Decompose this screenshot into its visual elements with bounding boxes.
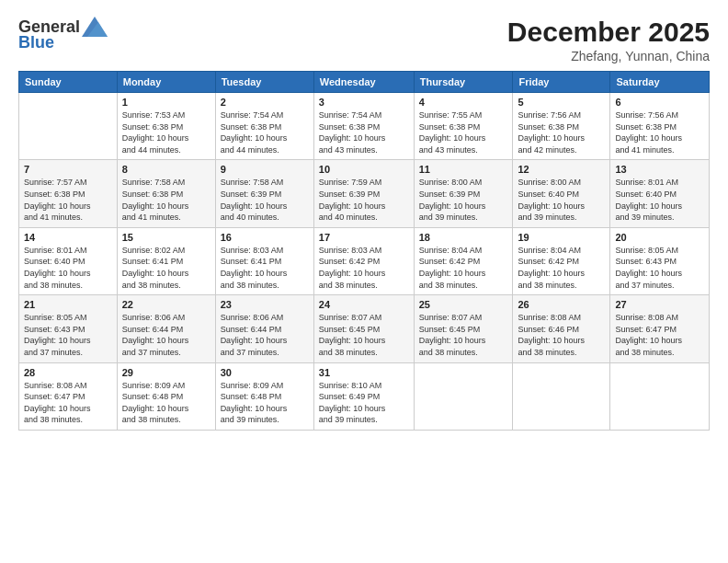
calendar-table: Sunday Monday Tuesday Wednesday Thursday… <box>18 71 710 431</box>
calendar-body: 1Sunrise: 7:53 AMSunset: 6:38 PMDaylight… <box>19 93 710 431</box>
calendar-cell: 15Sunrise: 8:02 AMSunset: 6:41 PMDayligh… <box>117 227 215 294</box>
calendar-cell: 8Sunrise: 7:58 AMSunset: 6:38 PMDaylight… <box>117 160 215 227</box>
day-info: Sunrise: 7:54 AMSunset: 6:38 PMDaylight:… <box>221 109 309 155</box>
col-friday: Friday <box>513 72 610 93</box>
day-info: Sunrise: 7:55 AMSunset: 6:38 PMDaylight:… <box>419 109 508 155</box>
day-number: 5 <box>518 97 605 108</box>
calendar-cell: 4Sunrise: 7:55 AMSunset: 6:38 PMDaylight… <box>414 93 513 160</box>
calendar-cell <box>513 362 610 430</box>
calendar-cell: 11Sunrise: 8:00 AMSunset: 6:39 PMDayligh… <box>414 160 513 227</box>
day-number: 11 <box>419 164 508 175</box>
day-info: Sunrise: 8:00 AMSunset: 6:40 PMDaylight:… <box>518 177 605 223</box>
day-number: 28 <box>24 367 112 378</box>
calendar-cell: 17Sunrise: 8:03 AMSunset: 6:42 PMDayligh… <box>313 227 414 294</box>
main-title: December 2025 <box>507 17 710 47</box>
calendar-cell: 21Sunrise: 8:05 AMSunset: 6:43 PMDayligh… <box>19 295 118 362</box>
col-tuesday: Tuesday <box>215 72 313 93</box>
calendar-header: Sunday Monday Tuesday Wednesday Thursday… <box>19 72 710 93</box>
day-number: 9 <box>221 164 309 175</box>
calendar-cell: 1Sunrise: 7:53 AMSunset: 6:38 PMDaylight… <box>117 93 215 160</box>
calendar-cell: 27Sunrise: 8:08 AMSunset: 6:47 PMDayligh… <box>610 295 710 362</box>
calendar-cell: 29Sunrise: 8:09 AMSunset: 6:48 PMDayligh… <box>117 362 215 430</box>
day-info: Sunrise: 7:54 AMSunset: 6:38 PMDaylight:… <box>319 109 409 155</box>
day-number: 24 <box>319 299 409 310</box>
day-info: Sunrise: 8:08 AMSunset: 6:47 PMDaylight:… <box>615 312 704 358</box>
day-number: 12 <box>518 164 605 175</box>
header-row: Sunday Monday Tuesday Wednesday Thursday… <box>19 72 710 93</box>
calendar-week-5: 28Sunrise: 8:08 AMSunset: 6:47 PMDayligh… <box>19 362 710 430</box>
calendar-cell: 19Sunrise: 8:04 AMSunset: 6:42 PMDayligh… <box>513 227 610 294</box>
day-number: 10 <box>319 164 409 175</box>
day-number: 15 <box>122 232 210 243</box>
day-info: Sunrise: 8:09 AMSunset: 6:48 PMDaylight:… <box>221 380 309 426</box>
calendar-cell <box>610 362 710 430</box>
calendar-cell: 6Sunrise: 7:56 AMSunset: 6:38 PMDaylight… <box>610 93 710 160</box>
calendar-cell: 3Sunrise: 7:54 AMSunset: 6:38 PMDaylight… <box>313 93 414 160</box>
day-info: Sunrise: 7:59 AMSunset: 6:39 PMDaylight:… <box>319 177 409 223</box>
day-number: 25 <box>419 299 508 310</box>
calendar-cell: 10Sunrise: 7:59 AMSunset: 6:39 PMDayligh… <box>313 160 414 227</box>
day-info: Sunrise: 8:04 AMSunset: 6:42 PMDaylight:… <box>419 245 508 291</box>
calendar-cell: 5Sunrise: 7:56 AMSunset: 6:38 PMDaylight… <box>513 93 610 160</box>
day-info: Sunrise: 8:07 AMSunset: 6:45 PMDaylight:… <box>419 312 508 358</box>
day-number: 27 <box>615 299 704 310</box>
day-info: Sunrise: 7:57 AMSunset: 6:38 PMDaylight:… <box>24 177 112 223</box>
day-info: Sunrise: 7:56 AMSunset: 6:38 PMDaylight:… <box>615 109 704 155</box>
day-number: 22 <box>122 299 210 310</box>
sub-title: Zhefang, Yunnan, China <box>507 49 710 63</box>
day-info: Sunrise: 7:53 AMSunset: 6:38 PMDaylight:… <box>122 109 210 155</box>
day-info: Sunrise: 8:05 AMSunset: 6:43 PMDaylight:… <box>24 312 112 358</box>
page: General Blue December 2025 Zhefang, Yunn… <box>0 0 728 563</box>
calendar-cell: 26Sunrise: 8:08 AMSunset: 6:46 PMDayligh… <box>513 295 610 362</box>
day-info: Sunrise: 7:58 AMSunset: 6:39 PMDaylight:… <box>221 177 309 223</box>
logo-icon <box>82 17 108 37</box>
day-info: Sunrise: 8:10 AMSunset: 6:49 PMDaylight:… <box>319 380 409 426</box>
day-info: Sunrise: 8:01 AMSunset: 6:40 PMDaylight:… <box>615 177 704 223</box>
day-info: Sunrise: 7:58 AMSunset: 6:38 PMDaylight:… <box>122 177 210 223</box>
logo-blue-text: Blue <box>18 33 54 52</box>
day-number: 2 <box>221 97 309 108</box>
col-wednesday: Wednesday <box>313 72 414 93</box>
col-saturday: Saturday <box>610 72 710 93</box>
day-number: 8 <box>122 164 210 175</box>
col-sunday: Sunday <box>19 72 118 93</box>
day-number: 14 <box>24 232 112 243</box>
day-info: Sunrise: 8:08 AMSunset: 6:46 PMDaylight:… <box>518 312 605 358</box>
calendar-cell: 30Sunrise: 8:09 AMSunset: 6:48 PMDayligh… <box>215 362 313 430</box>
day-number: 30 <box>221 367 309 378</box>
calendar-cell: 22Sunrise: 8:06 AMSunset: 6:44 PMDayligh… <box>117 295 215 362</box>
day-number: 6 <box>615 97 704 108</box>
day-info: Sunrise: 8:03 AMSunset: 6:41 PMDaylight:… <box>221 245 309 291</box>
calendar-cell: 16Sunrise: 8:03 AMSunset: 6:41 PMDayligh… <box>215 227 313 294</box>
day-info: Sunrise: 7:56 AMSunset: 6:38 PMDaylight:… <box>518 109 605 155</box>
calendar-week-4: 21Sunrise: 8:05 AMSunset: 6:43 PMDayligh… <box>19 295 710 362</box>
day-info: Sunrise: 8:06 AMSunset: 6:44 PMDaylight:… <box>221 312 309 358</box>
calendar-cell: 20Sunrise: 8:05 AMSunset: 6:43 PMDayligh… <box>610 227 710 294</box>
calendar-week-2: 7Sunrise: 7:57 AMSunset: 6:38 PMDaylight… <box>19 160 710 227</box>
day-number: 3 <box>319 97 409 108</box>
day-info: Sunrise: 8:06 AMSunset: 6:44 PMDaylight:… <box>122 312 210 358</box>
calendar-cell: 14Sunrise: 8:01 AMSunset: 6:40 PMDayligh… <box>19 227 118 294</box>
calendar-cell: 23Sunrise: 8:06 AMSunset: 6:44 PMDayligh… <box>215 295 313 362</box>
calendar-cell: 2Sunrise: 7:54 AMSunset: 6:38 PMDaylight… <box>215 93 313 160</box>
calendar-cell <box>414 362 513 430</box>
day-number: 20 <box>615 232 704 243</box>
header: General Blue December 2025 Zhefang, Yunn… <box>18 17 710 63</box>
day-number: 23 <box>221 299 309 310</box>
day-info: Sunrise: 8:04 AMSunset: 6:42 PMDaylight:… <box>518 245 605 291</box>
calendar-cell: 25Sunrise: 8:07 AMSunset: 6:45 PMDayligh… <box>414 295 513 362</box>
calendar-cell: 12Sunrise: 8:00 AMSunset: 6:40 PMDayligh… <box>513 160 610 227</box>
day-number: 21 <box>24 299 112 310</box>
day-info: Sunrise: 8:00 AMSunset: 6:39 PMDaylight:… <box>419 177 508 223</box>
day-number: 1 <box>122 97 210 108</box>
day-number: 17 <box>319 232 409 243</box>
calendar-cell: 18Sunrise: 8:04 AMSunset: 6:42 PMDayligh… <box>414 227 513 294</box>
day-info: Sunrise: 8:05 AMSunset: 6:43 PMDaylight:… <box>615 245 704 291</box>
day-number: 13 <box>615 164 704 175</box>
calendar-week-1: 1Sunrise: 7:53 AMSunset: 6:38 PMDaylight… <box>19 93 710 160</box>
day-info: Sunrise: 8:03 AMSunset: 6:42 PMDaylight:… <box>319 245 409 291</box>
calendar-week-3: 14Sunrise: 8:01 AMSunset: 6:40 PMDayligh… <box>19 227 710 294</box>
day-number: 19 <box>518 232 605 243</box>
day-info: Sunrise: 8:02 AMSunset: 6:41 PMDaylight:… <box>122 245 210 291</box>
day-number: 18 <box>419 232 508 243</box>
